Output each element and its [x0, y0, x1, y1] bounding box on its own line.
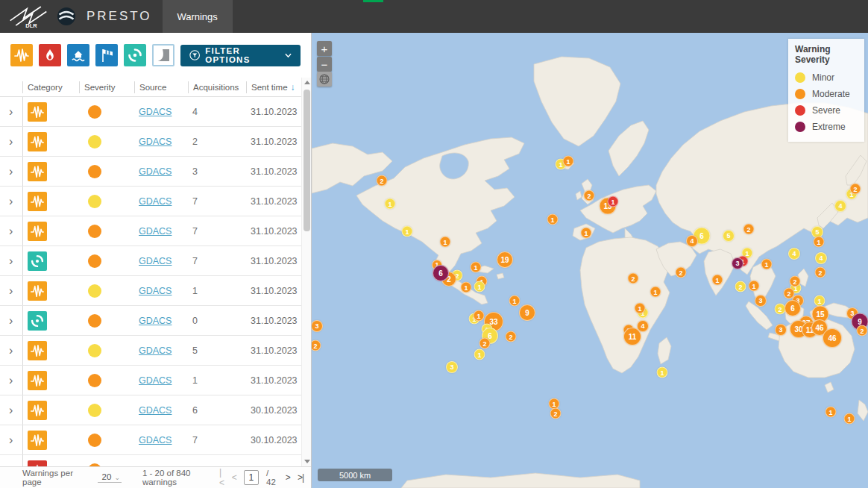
expand-row-icon[interactable]: › [4, 315, 13, 327]
prev-page-button[interactable]: < [232, 472, 236, 483]
warning-cluster-marker[interactable]: 2 [850, 184, 861, 195]
warning-cluster-marker[interactable]: 2 [479, 338, 491, 349]
warning-cluster-marker[interactable]: 1 [474, 310, 485, 322]
column-header-source[interactable]: Source [134, 81, 188, 93]
warning-cluster-marker[interactable]: 9 [519, 304, 535, 321]
zoom-in-button[interactable]: + [317, 41, 332, 56]
table-row[interactable]: ›GDACS131.10.2023 [0, 276, 311, 306]
table-scrollbar[interactable] [301, 78, 311, 466]
source-link[interactable]: GDACS [139, 226, 172, 237]
warning-cluster-marker[interactable]: 1 [825, 407, 837, 418]
source-link[interactable]: GDACS [139, 435, 172, 445]
warning-cluster-marker[interactable]: 4 [834, 200, 846, 212]
column-header-severity[interactable]: Severity [79, 81, 134, 93]
scroll-down-button[interactable] [302, 457, 312, 466]
table-row[interactable]: ›GDACS731.10.2023 [0, 187, 311, 216]
warning-cluster-marker[interactable]: 1 [509, 295, 521, 307]
warning-cluster-marker[interactable]: 1 [385, 198, 396, 210]
warning-cluster-marker[interactable]: 1 [471, 262, 482, 273]
page-input[interactable]: 1 [244, 470, 259, 485]
source-link[interactable]: GDACS [139, 196, 172, 207]
table-row[interactable]: ›GDACS431.10.2023 [0, 97, 311, 127]
warning-cluster-marker[interactable]: 5 [723, 230, 735, 242]
warning-cluster-marker[interactable]: 1 [814, 295, 825, 307]
warning-cluster-marker[interactable]: 1 [650, 287, 661, 298]
filter-earthquake-icon[interactable] [10, 44, 33, 66]
expand-row-icon[interactable]: › [4, 345, 13, 357]
expand-row-icon[interactable]: › [4, 255, 13, 267]
warning-cluster-marker[interactable]: 3 [446, 361, 458, 373]
table-row[interactable]: ›GDACS131.10.2023 [0, 366, 311, 395]
warning-cluster-marker[interactable]: 46 [823, 328, 842, 348]
warning-cluster-marker[interactable]: 1 [402, 226, 413, 237]
warning-cluster-marker[interactable]: 1 [461, 282, 472, 293]
warning-cluster-marker[interactable]: 2 [628, 273, 639, 284]
scroll-up-button[interactable] [302, 78, 312, 87]
expand-row-icon[interactable]: › [4, 434, 13, 446]
table-row[interactable]: ›GDACS731.10.2023 [0, 246, 311, 276]
source-link[interactable]: GDACS [139, 256, 172, 266]
column-header-acquisitions[interactable]: Acquisitions [188, 81, 246, 93]
source-link[interactable]: GDACS [139, 405, 172, 416]
source-link[interactable]: GDACS [139, 166, 172, 177]
source-link[interactable]: GDACS [139, 375, 172, 386]
warning-cluster-marker[interactable]: 1 [474, 349, 485, 360]
first-page-button[interactable]: |< [219, 467, 224, 488]
expand-row-icon[interactable]: › [4, 375, 13, 387]
scrollbar-thumb[interactable] [304, 90, 310, 231]
source-link[interactable]: GDACS [139, 137, 172, 147]
warning-cluster-marker[interactable]: 1 [712, 275, 723, 286]
filter-landslide-icon[interactable] [152, 44, 174, 66]
sort-desc-icon[interactable]: ↓ [291, 82, 295, 93]
table-row[interactable]: ›GDACS231.10.2023 [0, 127, 311, 157]
expand-row-icon[interactable]: › [4, 285, 13, 297]
warning-cluster-marker[interactable]: 2 [584, 190, 595, 201]
tab-warnings[interactable]: Warnings [163, 0, 233, 33]
warning-cluster-marker[interactable]: 1 [547, 214, 559, 225]
warning-cluster-marker[interactable]: 1 [474, 281, 485, 293]
warning-cluster-marker[interactable]: 1 [814, 237, 825, 248]
filter-options-button[interactable]: FILTER OPTIONS [180, 45, 301, 66]
table-row[interactable]: ›GDACS331.10.2023 [0, 157, 311, 187]
table-row[interactable]: ›GDACS731.10.2023 [0, 216, 311, 246]
filter-cyclone-icon[interactable] [124, 44, 146, 66]
warning-cluster-marker[interactable]: 2 [815, 267, 826, 278]
warning-cluster-marker[interactable]: 2 [676, 267, 687, 278]
table-row[interactable]: ›GDACS330.10.2023 [0, 455, 311, 466]
warning-cluster-marker[interactable]: 6 [784, 300, 801, 316]
warning-cluster-marker[interactable]: 1 [563, 156, 574, 167]
warning-cluster-marker[interactable]: 4 [788, 248, 800, 260]
source-link[interactable]: GDACS [139, 345, 172, 356]
source-link[interactable]: GDACS [139, 316, 172, 326]
expand-row-icon[interactable]: › [4, 404, 13, 416]
warning-cluster-marker[interactable]: 4 [686, 235, 698, 247]
warning-cluster-marker[interactable]: 1 [608, 196, 619, 207]
source-link[interactable]: GDACS [139, 107, 172, 117]
warning-cluster-marker[interactable]: 3 [775, 324, 787, 336]
expand-row-icon[interactable]: › [4, 225, 13, 237]
source-link[interactable]: GDACS [139, 286, 172, 296]
warning-cluster-marker[interactable]: 2 [550, 408, 562, 419]
source-link[interactable]: GDACS [139, 465, 172, 467]
warning-cluster-marker[interactable]: 2 [506, 331, 517, 342]
expand-row-icon[interactable]: › [4, 195, 13, 207]
warning-cluster-marker[interactable]: 19 [497, 251, 513, 268]
warning-cluster-marker[interactable]: 1 [844, 413, 855, 425]
warning-cluster-marker[interactable]: 1 [635, 303, 646, 314]
warning-cluster-marker[interactable]: 6 [433, 265, 449, 281]
column-header-category[interactable]: Category [22, 81, 79, 93]
expand-row-icon[interactable]: › [4, 136, 13, 148]
expand-row-icon[interactable]: › [4, 166, 13, 178]
next-page-button[interactable]: > [286, 472, 290, 483]
warning-cluster-marker[interactable]: 4 [815, 252, 827, 264]
per-page-select[interactable]: 20 ⌄ [98, 472, 122, 483]
warning-cluster-marker[interactable]: 2 [735, 281, 746, 293]
warning-cluster-marker[interactable]: 1 [761, 259, 773, 270]
warning-cluster-marker[interactable]: 1 [440, 237, 451, 248]
warning-cluster-marker[interactable]: 1 [581, 228, 592, 239]
expand-row-icon[interactable]: › [4, 464, 13, 467]
warning-cluster-marker[interactable]: 2 [790, 276, 801, 287]
warning-cluster-marker[interactable]: 1 [657, 367, 668, 378]
last-page-button[interactable]: >| [298, 472, 304, 483]
zoom-out-button[interactable]: − [317, 57, 332, 72]
